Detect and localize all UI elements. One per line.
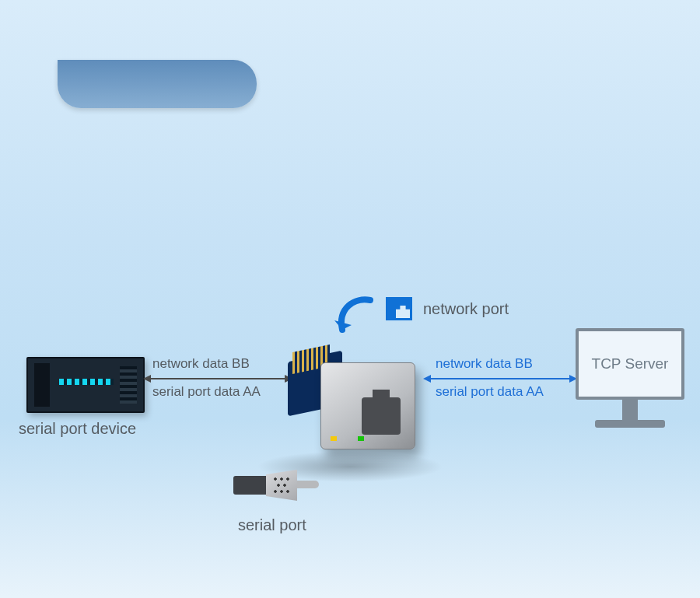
network-port-label: network port: [423, 300, 509, 318]
serial-port-device-label: serial port device: [19, 420, 136, 438]
network-port-arrow-icon: [331, 294, 378, 341]
left-flow-arrow: [151, 378, 285, 379]
ethernet-module-icon: [288, 341, 420, 457]
serial-port-device-icon: [26, 357, 145, 413]
left-flow-top-label: network data BB: [152, 356, 250, 372]
diagram-canvas: network port serial port device network …: [0, 0, 700, 598]
serial-port-label: serial port: [238, 516, 306, 534]
serial-port-connector-icon: [233, 465, 302, 507]
title-pill: [58, 60, 257, 108]
right-flow-arrow: [431, 378, 569, 379]
tcp-server-label: TCP Server: [592, 355, 669, 372]
tcp-server-monitor-icon: TCP Server: [576, 328, 684, 445]
network-port-icon: [386, 297, 412, 320]
left-flow-bottom-label: serial port data AA: [152, 384, 261, 400]
right-flow-top-label: network data BB: [436, 356, 533, 372]
right-flow-bottom-label: serial port data AA: [436, 384, 544, 400]
